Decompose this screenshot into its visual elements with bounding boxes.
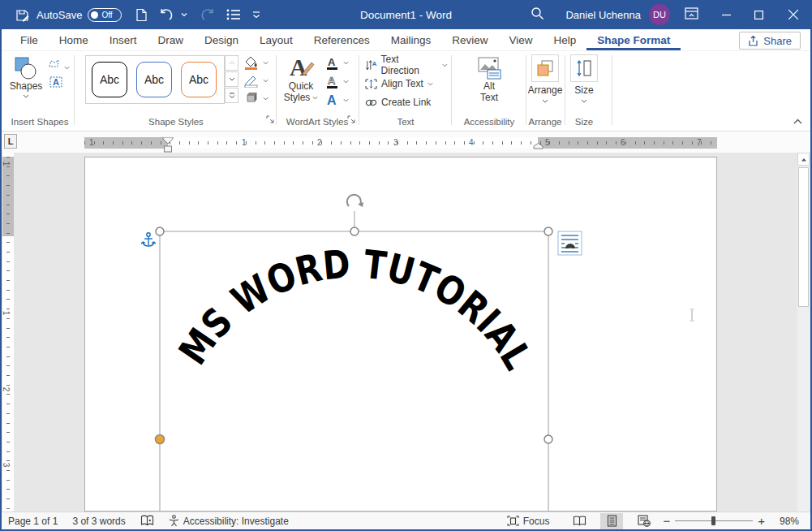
text-effects-button[interactable]: A <box>326 93 349 107</box>
create-link-button[interactable]: Create Link <box>365 95 431 110</box>
create-link-icon <box>365 97 377 108</box>
tab-mailings[interactable]: Mailings <box>380 29 442 50</box>
word-count[interactable]: 3 of 3 words <box>65 512 132 529</box>
align-text-label: Align Text <box>381 78 423 89</box>
right-indent-marker[interactable] <box>533 143 543 149</box>
arrange-button[interactable]: Arrange <box>529 54 561 103</box>
bullet-list-icon[interactable] <box>221 0 247 29</box>
rotate-handle[interactable] <box>347 195 363 207</box>
tab-home[interactable]: Home <box>49 29 99 50</box>
autosave-toggle[interactable]: Off <box>88 8 122 22</box>
svg-text:A: A <box>290 54 307 80</box>
text-direction-button[interactable]: A Text Direction <box>365 58 448 72</box>
wordart-overlay: MS WORD TUTORIAL <box>0 153 812 512</box>
minimize-button[interactable] <box>710 0 742 29</box>
size-button[interactable]: Size <box>568 54 600 103</box>
edit-shape-button[interactable] <box>47 58 70 73</box>
tab-design[interactable]: Design <box>194 29 249 50</box>
zoom-slider-thumb[interactable] <box>711 516 715 525</box>
quick-styles-button[interactable]: A Quick Styles <box>279 54 323 103</box>
collapse-ribbon-button[interactable] <box>793 113 802 127</box>
search-icon[interactable] <box>531 6 544 24</box>
tab-shape-format[interactable]: Shape Format <box>586 29 681 50</box>
close-button[interactable] <box>775 0 812 29</box>
handle-top-left[interactable] <box>156 227 164 235</box>
handle-top-center[interactable] <box>350 227 359 235</box>
scrollbar-thumb[interactable] <box>798 167 809 307</box>
ribbon-display-options-icon[interactable] <box>685 7 698 23</box>
ruler-number: 6 <box>621 138 625 147</box>
shape-style-preset-2[interactable]: Abc <box>136 62 172 97</box>
indent-markers[interactable] <box>162 137 174 153</box>
user-name[interactable]: Daniel Uchenna <box>565 9 641 21</box>
quick-access-more-icon[interactable] <box>247 0 266 29</box>
group-wordart-styles: A Quick Styles A A A <box>279 54 355 129</box>
print-layout-button[interactable] <box>600 513 623 529</box>
new-document-icon[interactable] <box>130 0 153 29</box>
text-box-button[interactable]: A <box>49 76 63 92</box>
tab-stop-selector[interactable]: L <box>4 134 17 149</box>
shape-outline-button[interactable] <box>244 73 269 88</box>
maximize-button[interactable] <box>742 0 775 29</box>
avatar[interactable]: DU <box>649 4 670 25</box>
tab-layout[interactable]: Layout <box>249 29 303 50</box>
alt-text-icon <box>476 56 502 80</box>
shape-styles-dialog-launcher[interactable] <box>266 112 274 127</box>
text-outline-button[interactable]: A <box>326 74 349 88</box>
handle-top-right[interactable] <box>544 227 552 235</box>
tab-references[interactable]: References <box>303 29 380 50</box>
tab-draw[interactable]: Draw <box>148 29 195 50</box>
web-layout-button[interactable] <box>633 513 655 529</box>
undo-button[interactable] <box>153 0 193 29</box>
align-text-button[interactable]: Align Text <box>365 76 433 91</box>
zoom-percent[interactable]: 98% <box>772 512 812 529</box>
adjustment-handle[interactable] <box>156 435 165 444</box>
tab-file[interactable]: File <box>10 29 49 50</box>
gallery-scroll-down[interactable] <box>225 71 238 87</box>
group-title-accessibility: Accessibility <box>454 117 524 127</box>
ruler-row: L 1 1 2 3 4 5 6 7 <box>0 132 812 153</box>
text-fill-button[interactable]: A <box>326 55 349 70</box>
size-icon <box>574 58 594 78</box>
ruler-number: 1 <box>89 138 94 147</box>
tab-view[interactable]: View <box>498 29 543 50</box>
status-bar: Page 1 of 1 3 of 3 words Accessibility: … <box>0 512 812 531</box>
accessibility-status[interactable]: Accessibility: Investigate <box>161 512 296 529</box>
scrollbar-up-button[interactable] <box>797 153 810 166</box>
group-title-insert-shapes: Insert Shapes <box>6 117 73 127</box>
window-border-left <box>0 0 2 531</box>
save-icon[interactable] <box>10 0 35 29</box>
zoom-out-button[interactable]: − <box>655 512 670 529</box>
handle-middle-right[interactable] <box>544 435 552 443</box>
zoom-in-button[interactable]: + <box>758 512 772 529</box>
tab-help[interactable]: Help <box>543 29 587 50</box>
autosave-label: AutoSave <box>37 9 82 21</box>
focus-button[interactable]: Focus <box>500 512 557 529</box>
layout-options-button[interactable] <box>558 231 582 255</box>
quick-styles-label-2: Styles <box>284 92 311 103</box>
shape-fill-button[interactable] <box>244 55 269 70</box>
share-icon <box>748 36 758 46</box>
proofing-icon[interactable] <box>133 512 161 529</box>
text-direction-label: Text Direction <box>381 54 439 76</box>
shapes-button[interactable]: Shapes <box>6 56 45 98</box>
group-shape-styles: Abc Abc Abc <box>78 54 274 129</box>
tab-review[interactable]: Review <box>441 29 498 50</box>
wordart-dialog-launcher[interactable] <box>347 112 355 127</box>
tab-insert[interactable]: Insert <box>99 29 148 50</box>
ribbon-tabs: File Home Insert Draw Design Layout Refe… <box>0 29 812 51</box>
shape-effects-button[interactable] <box>244 91 269 106</box>
shape-style-preset-1[interactable]: Abc <box>92 62 127 97</box>
wordart-text[interactable]: MS WORD TUTORIAL <box>170 240 541 377</box>
group-title-size: Size <box>566 117 602 127</box>
shape-style-preset-3[interactable]: Abc <box>181 62 217 97</box>
share-button[interactable]: Share <box>739 32 801 50</box>
read-mode-button[interactable] <box>568 513 591 529</box>
alt-text-button[interactable]: Alt Text <box>469 56 509 103</box>
page-indicator[interactable]: Page 1 of 1 <box>0 512 65 529</box>
autosave-control[interactable]: AutoSave Off <box>37 8 122 22</box>
group-title-arrange: Arrange <box>527 117 563 127</box>
zoom-slider[interactable] <box>675 520 753 521</box>
gallery-scroll-up[interactable] <box>225 55 238 71</box>
gallery-more-button[interactable] <box>225 88 238 103</box>
